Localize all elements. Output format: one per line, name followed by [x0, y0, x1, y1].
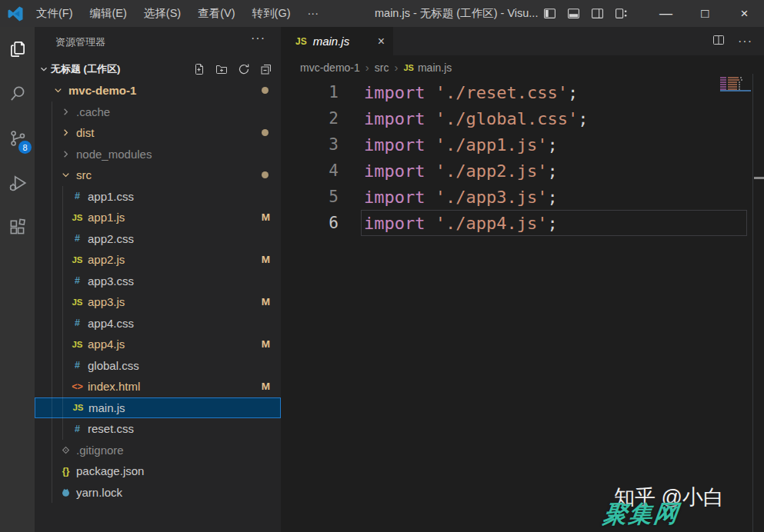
toggle-secondary-sidebar-icon[interactable]: [591, 7, 604, 20]
explorer-pane-header: 资源管理器 ···: [35, 27, 281, 58]
explorer-sidebar: 资源管理器 ··· 无标题 (工作区) mvc-demo-1.cachedist…: [35, 27, 281, 532]
tab-bar: JS main.js × ···: [281, 27, 764, 55]
tree-item-app3.js[interactable]: JSapp3.jsM: [35, 291, 281, 313]
activity-explorer-icon[interactable]: [0, 27, 35, 71]
tree-item-.gitignore[interactable]: .gitignore: [35, 440, 281, 461]
new-file-icon[interactable]: [193, 63, 205, 75]
activity-extensions-icon[interactable]: [0, 205, 35, 250]
tree-item-label: global.css: [88, 359, 139, 372]
tree-item-main.js[interactable]: JSmain.js: [35, 397, 281, 419]
menu-view[interactable]: 查看(V): [189, 0, 243, 27]
code-area[interactable]: 1import './reset.css';2import './global.…: [281, 79, 764, 236]
git-modified-dot: [262, 87, 269, 94]
collapse-all-icon[interactable]: [260, 63, 272, 75]
workspace-section-header[interactable]: 无标题 (工作区): [35, 58, 281, 80]
js-file-icon: JS: [69, 298, 85, 307]
tree-item-label: app3.js: [88, 295, 125, 308]
activity-source-control-icon[interactable]: 8: [0, 116, 35, 161]
tree-item-app2.js[interactable]: JSapp2.jsM: [35, 249, 281, 271]
tree-item-reset.css[interactable]: #reset.css: [35, 418, 281, 440]
tree-item-label: app2.css: [88, 232, 134, 245]
toggle-primary-sidebar-icon[interactable]: [543, 7, 556, 20]
breadcrumb-item-main.js[interactable]: JSmain.js: [403, 62, 452, 74]
menu-file[interactable]: 文件(F): [28, 0, 82, 27]
menu-more[interactable]: ···: [299, 0, 327, 27]
git-icon: [58, 445, 74, 455]
tree-item-node_modules[interactable]: node_modules: [35, 144, 281, 165]
close-button[interactable]: ×: [725, 0, 764, 27]
menu-edit[interactable]: 编辑(E): [82, 0, 135, 27]
tree-item-app1.css[interactable]: #app1.css: [35, 186, 281, 208]
code-line-3[interactable]: 3import './app1.js';: [281, 131, 764, 158]
menu-goto[interactable]: 转到(G): [244, 0, 299, 27]
workspace-section-label: 无标题 (工作区): [51, 62, 120, 76]
breadcrumb-item-mvc-demo-1[interactable]: mvc-demo-1: [300, 62, 360, 74]
tree-item-app4.js[interactable]: JSapp4.jsM: [35, 334, 281, 355]
window-title: main.js - 无标题 (工作区) - Visu...: [375, 0, 538, 27]
breadcrumb-label: src: [375, 62, 389, 74]
tree-item-app2.css[interactable]: #app2.css: [35, 228, 281, 250]
new-folder-icon[interactable]: [215, 63, 228, 75]
minimize-button[interactable]: —: [646, 0, 686, 27]
tree-item-app3.css[interactable]: #app3.css: [35, 271, 281, 292]
more-actions-icon[interactable]: ···: [738, 35, 752, 48]
git-modified-badge: M: [262, 254, 270, 265]
toggle-panel-icon[interactable]: [567, 7, 580, 20]
scrollbar-ruler: [752, 74, 753, 532]
layout-controls: [543, 0, 628, 27]
refresh-icon[interactable]: [238, 63, 250, 75]
breadcrumb-label: main.js: [418, 62, 452, 74]
tree-item-app4.css[interactable]: #app4.css: [35, 313, 281, 334]
tree-item-label: node_modules: [76, 148, 152, 161]
js-file-icon: JS: [69, 213, 85, 222]
minimap-slider[interactable]: [720, 90, 751, 91]
breadcrumb-item-src[interactable]: src: [375, 62, 389, 74]
git-modified-dot: [262, 171, 269, 178]
minimap[interactable]: [720, 77, 752, 91]
tree-item-dist[interactable]: dist: [35, 122, 281, 144]
code-line-1[interactable]: 1import './reset.css';: [281, 79, 764, 105]
css-hash-icon: #: [69, 360, 85, 371]
tree-item-app1.js[interactable]: JSapp1.jsM: [35, 207, 281, 228]
css-hash-icon: #: [69, 275, 85, 286]
line-number: 2: [281, 109, 339, 128]
tab-main-js[interactable]: JS main.js ×: [281, 27, 393, 55]
activity-run-debug-icon[interactable]: [0, 161, 35, 205]
js-file-icon: JS: [70, 403, 86, 412]
menu-selection[interactable]: 选择(S): [135, 0, 189, 27]
breadcrumb-separator: ›: [394, 61, 398, 74]
tab-close-icon[interactable]: ×: [378, 35, 385, 48]
tree-item-global.css[interactable]: #global.css: [35, 355, 281, 377]
line-content: import './app4.js';: [364, 214, 558, 233]
tree-item-index.html[interactable]: <>index.htmlM: [35, 376, 281, 397]
git-modified-badge: M: [262, 296, 270, 308]
tree-item-yarn.lock[interactable]: yarn.lock: [35, 482, 281, 504]
activity-search-icon[interactable]: [0, 71, 35, 116]
split-editor-icon[interactable]: [712, 34, 725, 49]
line-content: import './reset.css';: [364, 83, 578, 102]
tree-item-.cache[interactable]: .cache: [35, 101, 281, 123]
tree-item-label: app1.css: [88, 190, 134, 203]
code-line-4[interactable]: 4import './app2.js';: [281, 158, 764, 184]
js-file-icon: JS: [403, 63, 413, 72]
tree-item-package.json[interactable]: {}package.json: [35, 461, 281, 482]
tree-item-label: .cache: [76, 105, 110, 118]
tree-item-src[interactable]: src: [35, 165, 281, 186]
code-line-5[interactable]: 5import './app3.js';: [281, 184, 764, 210]
customize-layout-icon[interactable]: [615, 7, 628, 20]
code-line-6[interactable]: 6import './app4.js';: [281, 210, 764, 236]
line-content: import './app3.js';: [364, 188, 558, 207]
chevron-right-icon: [58, 106, 74, 118]
maximize-button[interactable]: □: [686, 0, 725, 27]
code-line-2[interactable]: 2import './global.css';: [281, 105, 764, 131]
explorer-more-actions-button[interactable]: ···: [251, 32, 265, 45]
line-number: 6: [281, 214, 339, 232]
chevron-down-icon: [37, 64, 51, 75]
breadcrumb-label: mvc-demo-1: [300, 62, 360, 74]
indent-guide: [62, 186, 63, 440]
git-modified-dot: [262, 129, 269, 136]
tree-item-mvc-demo-1[interactable]: mvc-demo-1: [35, 80, 281, 101]
tree-item-label: app4.js: [88, 337, 125, 351]
tree-item-label: package.json: [76, 464, 144, 477]
title-bar: 文件(F)编辑(E)选择(S)查看(V)转到(G)··· main.js - 无…: [0, 0, 764, 27]
